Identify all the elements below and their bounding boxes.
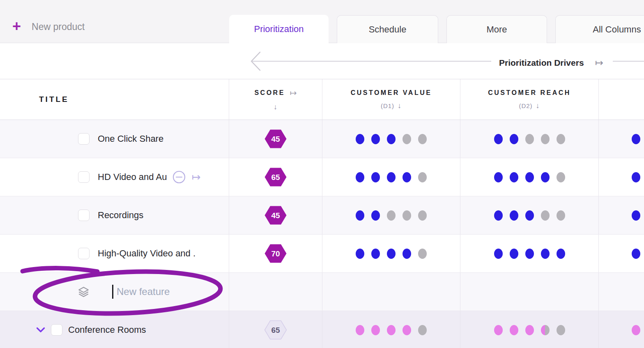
rating-dot[interactable] bbox=[494, 249, 503, 259]
column-header-customer-reach[interactable]: CUSTOMER REACH (D2) ↓ bbox=[460, 79, 598, 120]
feature-title[interactable]: One Click Share bbox=[98, 134, 163, 144]
sort-down-icon[interactable]: ↓ bbox=[274, 103, 278, 111]
column-header-customer-value[interactable]: CUSTOMER VALUE (D1) ↓ bbox=[322, 79, 460, 120]
customer-value-rating[interactable] bbox=[322, 158, 460, 196]
rating-dot[interactable] bbox=[371, 172, 380, 182]
rating-dot[interactable] bbox=[387, 249, 396, 259]
rating-dot[interactable] bbox=[356, 249, 364, 259]
rating-dot[interactable] bbox=[525, 172, 534, 182]
tab-prioritization[interactable]: Prioritization bbox=[229, 15, 329, 43]
expand-icon[interactable]: ↦ bbox=[595, 57, 603, 69]
rating-dot[interactable] bbox=[387, 210, 396, 221]
feature-title[interactable]: Recordings bbox=[98, 210, 143, 221]
rating-dot[interactable] bbox=[632, 249, 640, 259]
rating-dot[interactable] bbox=[356, 134, 364, 144]
rating-dot[interactable] bbox=[356, 210, 364, 221]
rating-dot[interactable] bbox=[541, 325, 550, 335]
new-feature-input[interactable]: New feature bbox=[0, 273, 229, 311]
rating-dot[interactable] bbox=[494, 134, 503, 144]
extra-driver-rating[interactable] bbox=[598, 120, 644, 158]
rating-dot[interactable] bbox=[494, 325, 503, 335]
rating-dot[interactable] bbox=[371, 210, 380, 221]
rating-dot[interactable] bbox=[402, 210, 411, 221]
customer-value-rating[interactable] bbox=[322, 235, 460, 272]
feature-title[interactable]: High-Quality Video and . bbox=[98, 248, 196, 259]
rating-dot[interactable] bbox=[557, 325, 565, 335]
rating-dot[interactable] bbox=[387, 172, 396, 182]
rating-dot[interactable] bbox=[387, 134, 396, 144]
customer-reach-rating[interactable] bbox=[460, 235, 598, 272]
chevron-down-icon[interactable] bbox=[36, 327, 45, 333]
score-cell: 45 bbox=[229, 196, 322, 234]
rating-dot[interactable] bbox=[632, 325, 640, 335]
rating-dot[interactable] bbox=[418, 249, 427, 259]
sort-down-icon[interactable]: ↓ bbox=[398, 101, 402, 110]
rating-dot[interactable] bbox=[557, 210, 565, 221]
rating-dot[interactable] bbox=[525, 134, 534, 144]
rating-dot[interactable] bbox=[510, 210, 518, 221]
row-checkbox[interactable] bbox=[78, 171, 90, 183]
rating-dot[interactable] bbox=[494, 172, 503, 182]
rating-dot[interactable] bbox=[418, 172, 427, 182]
rating-dot[interactable] bbox=[525, 210, 534, 221]
column-header-extra bbox=[598, 79, 644, 120]
rating-dot[interactable] bbox=[541, 134, 550, 144]
rating-dot[interactable] bbox=[541, 172, 550, 182]
rating-dot[interactable] bbox=[632, 210, 640, 221]
tab-schedule[interactable]: Schedule bbox=[337, 15, 438, 43]
extra-driver-rating[interactable] bbox=[598, 311, 644, 348]
rating-dot[interactable] bbox=[402, 172, 411, 182]
rating-dot[interactable] bbox=[632, 172, 640, 182]
feature-title[interactable]: HD Video and Au bbox=[98, 172, 167, 182]
group-title[interactable]: Conference Rooms bbox=[68, 325, 146, 335]
tab-all-columns[interactable]: All Columns bbox=[555, 15, 644, 43]
rating-dot[interactable] bbox=[510, 325, 518, 335]
rating-dot[interactable] bbox=[510, 134, 518, 144]
customer-value-rating[interactable] bbox=[322, 120, 460, 158]
rating-dot[interactable] bbox=[494, 210, 503, 221]
extra-driver-rating[interactable] bbox=[598, 158, 644, 196]
rating-dot[interactable] bbox=[356, 325, 364, 335]
tab-more[interactable]: More bbox=[446, 15, 547, 43]
customer-reach-rating[interactable] bbox=[460, 311, 598, 348]
rating-dot[interactable] bbox=[371, 134, 380, 144]
extra-driver-rating[interactable] bbox=[598, 235, 644, 272]
remove-icon[interactable] bbox=[172, 171, 186, 184]
rating-dot[interactable] bbox=[525, 325, 534, 335]
expand-icon[interactable]: ↦ bbox=[191, 171, 200, 184]
rating-dot[interactable] bbox=[525, 249, 534, 259]
row-checkbox[interactable] bbox=[51, 324, 62, 336]
customer-reach-rating[interactable] bbox=[460, 196, 598, 234]
customer-reach-rating[interactable] bbox=[460, 120, 598, 158]
row-checkbox[interactable] bbox=[78, 210, 90, 221]
rating-dot[interactable] bbox=[356, 172, 364, 182]
rating-dot[interactable] bbox=[371, 249, 380, 259]
rating-dot[interactable] bbox=[510, 249, 518, 259]
plus-icon: + bbox=[12, 21, 21, 32]
rating-dot[interactable] bbox=[541, 249, 550, 259]
new-product-button[interactable]: + New product bbox=[12, 21, 85, 32]
rating-dot[interactable] bbox=[402, 325, 411, 335]
customer-value-rating[interactable] bbox=[322, 196, 460, 234]
rating-dot[interactable] bbox=[418, 134, 427, 144]
customer-value-rating[interactable] bbox=[322, 311, 460, 348]
customer-reach-rating[interactable] bbox=[460, 158, 598, 196]
rating-dot[interactable] bbox=[557, 134, 565, 144]
sort-down-icon[interactable]: ↓ bbox=[536, 101, 540, 110]
rating-dot[interactable] bbox=[557, 172, 565, 182]
extra-driver-rating[interactable] bbox=[598, 196, 644, 234]
rating-dot[interactable] bbox=[418, 325, 427, 335]
rating-dot[interactable] bbox=[387, 325, 396, 335]
rating-dot[interactable] bbox=[402, 134, 411, 144]
expand-icon[interactable]: ↦ bbox=[290, 88, 297, 98]
row-checkbox[interactable] bbox=[78, 248, 90, 259]
row-checkbox[interactable] bbox=[78, 133, 90, 145]
rating-dot[interactable] bbox=[541, 210, 550, 221]
rating-dot[interactable] bbox=[510, 172, 518, 182]
rating-dot[interactable] bbox=[557, 249, 565, 259]
rating-dot[interactable] bbox=[371, 325, 380, 335]
rating-dot[interactable] bbox=[418, 210, 427, 221]
rating-dot[interactable] bbox=[632, 134, 640, 144]
column-header-score[interactable]: SCORE ↦ ↓ bbox=[229, 79, 322, 120]
rating-dot[interactable] bbox=[402, 249, 411, 259]
